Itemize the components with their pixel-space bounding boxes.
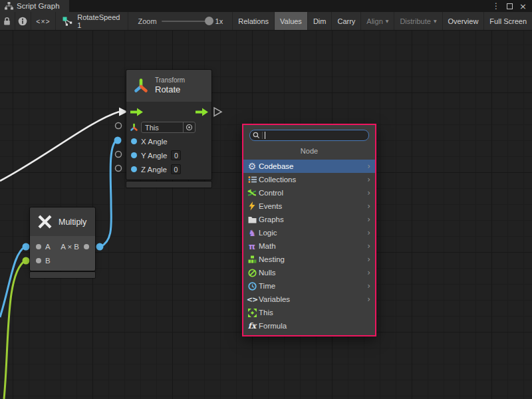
this-object-field[interactable]: This <box>141 122 196 133</box>
list-item-label: Events <box>259 202 367 210</box>
zoom-slider-handle[interactable] <box>205 17 213 25</box>
lock-button[interactable] <box>0 12 15 30</box>
multiply-b-port-connected[interactable] <box>23 257 30 265</box>
breadcrumb[interactable]: RotateSpeed 1 <box>56 12 128 30</box>
wire-flow-in[interactable] <box>0 112 119 181</box>
wire-into-multiply-a[interactable] <box>0 247 25 317</box>
toolbar-button-values[interactable]: Values <box>274 12 307 30</box>
this-icon <box>247 309 257 317</box>
port-label: Y Angle <box>141 152 167 160</box>
port-value-field[interactable]: 0 <box>171 164 181 174</box>
menu-dots-icon[interactable]: ⋮ <box>492 1 500 11</box>
zoom-label: Zoom <box>138 17 156 25</box>
clock-icon <box>247 282 257 291</box>
list-item-codebase[interactable]: ⚙Codebase› <box>243 160 375 173</box>
list-item-label: Logic <box>259 229 367 237</box>
flow-out-arrow-icon[interactable] <box>196 108 208 116</box>
list-item-label: Collections <box>259 176 367 184</box>
wire-multiply-to-xangle[interactable] <box>100 140 117 247</box>
list-item-math[interactable]: πMath› <box>243 239 375 253</box>
list-item-collections[interactable]: Collections› <box>243 173 375 186</box>
toolbar-button-label: Full Screen <box>489 17 527 25</box>
list-item-label: Codebase <box>259 162 367 170</box>
flow-out-port-empty[interactable] <box>214 108 221 116</box>
output-port[interactable] <box>84 244 89 249</box>
toolbar-button-align[interactable]: Align▼ <box>360 12 394 30</box>
list-item-this[interactable]: This <box>243 306 375 319</box>
list-item-nulls[interactable]: Nulls› <box>243 266 375 279</box>
zoom-control: Zoom 1x <box>128 12 229 30</box>
chevron-right-icon: › <box>367 201 370 211</box>
info-button[interactable] <box>15 12 31 30</box>
knight-icon: ♞ <box>247 229 257 237</box>
xangle-port-connected[interactable] <box>114 137 122 144</box>
toolbar-button-overview[interactable]: Overview <box>442 12 484 30</box>
list-item-control[interactable]: Control› <box>243 186 375 200</box>
tab-script-graph[interactable]: Script Graph <box>0 0 69 12</box>
list-item-time[interactable]: Time› <box>243 279 375 293</box>
chevron-right-icon: › <box>367 215 370 224</box>
angle-brackets-icon: <×> <box>36 17 50 25</box>
node-transform-rotate[interactable]: Transform Rotate <box>126 70 211 188</box>
toolbar-button-full-screen[interactable]: Full Screen <box>483 12 532 30</box>
popup-header: Node <box>243 141 375 160</box>
graph-canvas[interactable]: Transform Rotate <box>0 31 532 399</box>
toolbar-button-distribute[interactable]: Distribute▼ <box>394 12 442 30</box>
chevron-right-icon: › <box>367 268 370 277</box>
search-icon <box>253 132 260 139</box>
zangle-port-empty[interactable] <box>116 166 122 172</box>
folder-icon <box>247 216 257 223</box>
close-icon[interactable]: × <box>519 1 527 11</box>
list-icon <box>247 176 257 184</box>
maximize-icon[interactable] <box>507 3 513 9</box>
gear-icon: ⚙ <box>247 162 257 171</box>
node-category-list: ⚙Codebase›Collections›Control›Events›Gra… <box>243 160 375 335</box>
yangle-port-empty[interactable] <box>116 152 122 158</box>
output-label: A × B <box>61 243 79 251</box>
port-value-field[interactable]: 0 <box>171 150 181 160</box>
list-item-events[interactable]: Events› <box>243 200 375 213</box>
value-port[interactable] <box>131 138 137 144</box>
toolbar-button-dim[interactable]: Dim <box>307 12 332 30</box>
list-item-graphs[interactable]: Graphs› <box>243 213 375 226</box>
node-title: Rotate <box>155 84 185 95</box>
value-port[interactable] <box>131 152 137 158</box>
list-item-label: Time <box>259 282 367 290</box>
code-preview-button[interactable]: <×> <box>31 12 57 30</box>
multiply-icon <box>37 213 53 230</box>
input-a-label: A <box>45 243 51 251</box>
info-icon <box>18 17 27 26</box>
input-a-port[interactable] <box>36 244 41 249</box>
list-item-label: This <box>259 309 375 317</box>
node-category: Transform <box>155 76 185 85</box>
zoom-slider[interactable] <box>162 21 211 22</box>
list-item-label: Nesting <box>259 255 367 263</box>
toolbar-button-label: Overview <box>448 17 479 25</box>
toolbar-button-relations[interactable]: Relations <box>232 12 274 30</box>
this-port-empty[interactable] <box>116 123 122 129</box>
node-multiply[interactable]: Multiply A A × B B <box>30 207 95 278</box>
pi-icon: π <box>247 242 257 251</box>
null-icon <box>247 269 257 277</box>
toolbar-button-carry[interactable]: Carry <box>331 12 360 30</box>
list-item-logic[interactable]: ♞Logic› <box>243 226 375 239</box>
list-item-label: Variables <box>259 295 367 303</box>
toolbar-button-label: Carry <box>337 17 355 25</box>
multiply-a-port-connected[interactable] <box>23 243 30 251</box>
dropdown-arrow-icon: ▼ <box>434 19 437 23</box>
list-item-nesting[interactable]: Nesting› <box>243 253 375 266</box>
input-b-port[interactable] <box>36 258 41 263</box>
chevron-right-icon: › <box>367 228 370 237</box>
search-input[interactable] <box>249 130 369 141</box>
toolbar-button-label: Dim <box>313 17 327 25</box>
object-picker-icon[interactable] <box>183 122 195 132</box>
list-item-label: Nulls <box>259 269 367 277</box>
window-controls: ⋮ × <box>492 0 532 12</box>
list-item-formula[interactable]: fxFormula <box>243 319 375 332</box>
multiply-output-port-connected[interactable] <box>96 243 104 251</box>
graph-icon <box>5 2 13 10</box>
list-item-variables[interactable]: <>Variables› <box>243 293 375 306</box>
wire-into-multiply-b[interactable] <box>4 261 25 399</box>
value-port[interactable] <box>131 166 137 172</box>
flow-in-arrow-icon[interactable] <box>130 108 143 116</box>
